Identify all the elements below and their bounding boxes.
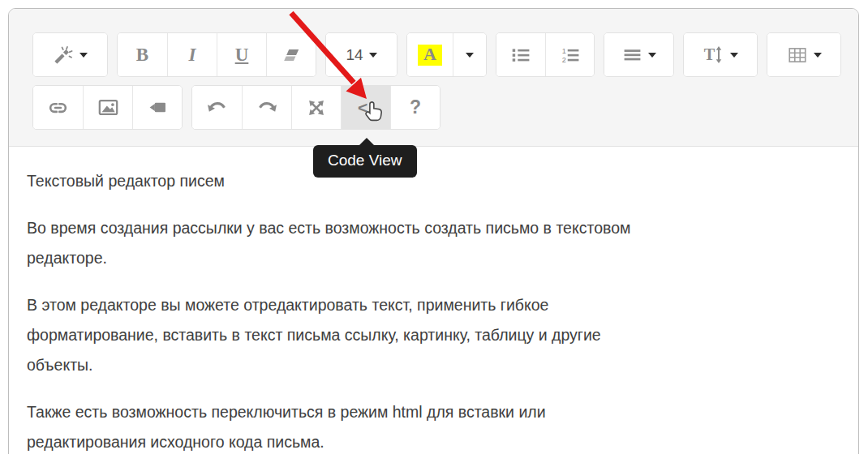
editor-paragraph: Во время создания рассылки у вас есть во…	[27, 213, 834, 273]
font-size-value: 14	[346, 46, 363, 64]
line-height-icon: T	[703, 44, 724, 66]
chevron-down-icon	[466, 53, 474, 58]
svg-text:2: 2	[561, 55, 565, 63]
editor-frame: B I U	[8, 8, 859, 454]
ordered-list-button[interactable]: 1 2	[545, 33, 594, 76]
bold-icon: B	[136, 45, 148, 66]
line-height-dropdown-button[interactable]: T	[684, 33, 757, 76]
svg-text:1: 1	[561, 46, 565, 54]
editor-paragraph: Также есть возможность переключиться в р…	[27, 397, 834, 454]
italic-icon: I	[189, 45, 196, 66]
fullscreen-button[interactable]	[291, 86, 341, 129]
chevron-down-icon	[730, 53, 738, 58]
editor-content-area[interactable]: Текстовый редактор писем Во время создан…	[9, 147, 858, 454]
chevron-down-icon	[648, 53, 656, 58]
svg-text:T: T	[704, 45, 715, 63]
font-color-button[interactable]: A	[407, 33, 453, 76]
code-view-tooltip: Code View	[313, 145, 417, 178]
magic-wand-icon	[53, 45, 74, 66]
align-icon	[622, 45, 642, 65]
paragraph-group	[604, 32, 674, 77]
video-icon	[147, 96, 169, 118]
toolbar-row-1: B I U	[32, 32, 844, 77]
redo-icon	[256, 96, 278, 118]
editor-heading: Текстовый редактор писем	[27, 166, 834, 196]
font-color-caret-button[interactable]	[453, 33, 486, 76]
undo-icon	[206, 96, 228, 118]
underline-button[interactable]: U	[217, 33, 266, 76]
chevron-down-icon	[369, 53, 377, 58]
underline-icon: U	[235, 45, 249, 66]
chevron-down-icon	[79, 53, 88, 58]
redo-button[interactable]	[242, 86, 291, 129]
font-color-icon: A	[418, 45, 442, 66]
list-group: 1 2	[496, 32, 595, 77]
chevron-down-icon	[814, 53, 822, 58]
font-size-group: 14	[325, 32, 397, 77]
link-button[interactable]	[33, 86, 83, 129]
editor-paragraph: В этом редакторе вы можете отредактирова…	[27, 290, 834, 380]
picture-icon	[97, 96, 119, 118]
clear-format-button[interactable]	[266, 33, 316, 76]
tooltip-label: Code View	[328, 152, 402, 169]
unordered-list-icon	[510, 45, 531, 66]
editor-toolbar: B I U	[9, 9, 858, 147]
font-color-group: A	[406, 32, 487, 77]
toolbar-row-2: </ ?	[32, 85, 844, 130]
italic-button[interactable]: I	[167, 33, 217, 76]
code-view-button[interactable]: </	[341, 86, 390, 129]
font-size-dropdown-button[interactable]: 14	[326, 33, 397, 76]
fullscreen-icon	[306, 97, 327, 118]
link-icon	[47, 96, 69, 118]
bold-button[interactable]: B	[118, 33, 167, 76]
table-icon	[787, 45, 808, 66]
eraser-icon	[281, 45, 302, 66]
insert-group	[32, 85, 183, 130]
undo-button[interactable]	[192, 86, 242, 129]
unordered-list-button[interactable]	[496, 33, 545, 76]
picture-button[interactable]	[83, 86, 132, 129]
paragraph-align-dropdown-button[interactable]	[604, 33, 673, 76]
style-dropdown-button[interactable]	[33, 33, 107, 76]
style-group	[32, 32, 108, 77]
tools-group: </ ?	[191, 85, 440, 130]
video-button[interactable]	[132, 86, 182, 129]
table-dropdown-button[interactable]	[767, 33, 840, 76]
line-height-group: T	[683, 32, 758, 77]
help-button[interactable]: ?	[390, 86, 440, 129]
hand-cursor-icon	[363, 99, 385, 125]
help-icon: ?	[410, 96, 421, 118]
basic-format-group: B I U	[117, 32, 316, 77]
ordered-list-icon: 1 2	[560, 45, 581, 66]
table-group	[767, 32, 841, 77]
